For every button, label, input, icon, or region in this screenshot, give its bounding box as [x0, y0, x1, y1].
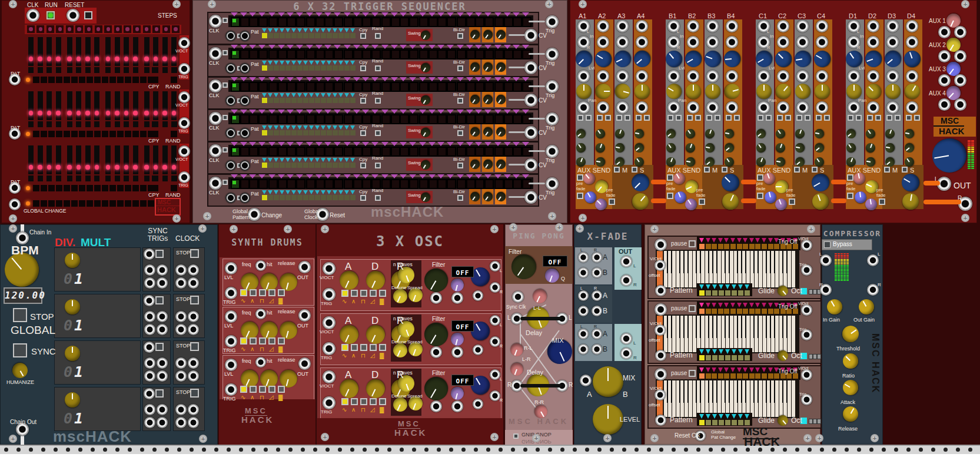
pattern-cell[interactable]	[315, 65, 320, 71]
pattern-cell[interactable]	[303, 33, 308, 38]
pan-knob[interactable]	[815, 84, 830, 99]
wave-select-button[interactable]	[370, 344, 377, 351]
pattern-cell[interactable]	[262, 98, 267, 103]
wave-select-button[interactable]	[268, 289, 275, 296]
clock-output[interactable]	[188, 311, 199, 322]
filter-mode-display[interactable]: OFF	[451, 266, 474, 277]
pre-fade-button[interactable]	[757, 174, 763, 181]
level-cv-input[interactable]	[848, 70, 860, 82]
a-r-input[interactable]	[592, 252, 602, 263]
pan-knob[interactable]	[576, 84, 592, 99]
row-mode-button[interactable]	[222, 50, 228, 55]
pattern-cell[interactable]	[79, 185, 85, 191]
trigger-cell[interactable]	[391, 82, 400, 92]
gate-slider[interactable]	[28, 37, 34, 66]
pattern-cell[interactable]	[64, 77, 70, 83]
trigger-cell[interactable]	[409, 179, 418, 189]
in-r-input[interactable]	[886, 36, 899, 48]
gate-slider[interactable]	[162, 91, 168, 120]
cutoff-cv-input[interactable]	[430, 346, 442, 358]
level-cv-input[interactable]	[886, 70, 899, 82]
gate-slider[interactable]	[115, 37, 120, 66]
trigger-cell[interactable]	[362, 179, 371, 189]
trigger-cell[interactable]	[344, 179, 353, 189]
pattern-cell[interactable]	[321, 163, 326, 168]
trig-input[interactable]	[323, 288, 335, 301]
clock-output[interactable]	[188, 277, 199, 289]
trigger-cell[interactable]	[296, 17, 305, 27]
b-l-input[interactable]	[578, 344, 589, 355]
pattern-cell[interactable]	[712, 420, 717, 425]
stop-button[interactable]	[13, 308, 27, 322]
trigger-cell[interactable]	[428, 49, 438, 59]
pattern-cell[interactable]	[87, 185, 93, 191]
drum-level-input[interactable]	[225, 262, 237, 274]
pattern-cell[interactable]	[56, 200, 62, 207]
pattern-cell[interactable]	[117, 131, 124, 137]
in-l-input[interactable]	[886, 20, 899, 32]
trig-output[interactable]	[157, 311, 168, 322]
pan-cv-input[interactable]	[867, 101, 879, 114]
pattern-cv-input[interactable]	[225, 95, 236, 106]
note-cell[interactable]	[712, 373, 717, 379]
trigger-cell[interactable]	[268, 114, 278, 124]
pattern-cell[interactable]	[732, 420, 737, 425]
trigger-cell[interactable]	[437, 82, 447, 92]
voct-output[interactable]	[178, 37, 190, 49]
level-cv-input[interactable]	[777, 70, 789, 82]
in-l-input[interactable]	[816, 20, 828, 32]
trigger-cell[interactable]	[409, 82, 418, 92]
note-cell[interactable]	[730, 244, 736, 249]
pattern-cell[interactable]	[79, 200, 85, 207]
gate-slider[interactable]	[28, 91, 34, 120]
aux-send-output[interactable]	[938, 74, 951, 87]
piano-key-white[interactable]	[788, 251, 791, 287]
in-r-input[interactable]	[687, 36, 699, 48]
level-cv-input[interactable]	[758, 70, 770, 82]
a-l-input[interactable]	[578, 290, 589, 301]
group-solo-button[interactable]	[722, 167, 727, 173]
pattern-cell[interactable]	[64, 200, 70, 207]
pattern-cell[interactable]	[41, 185, 47, 191]
wave-select-button[interactable]	[268, 386, 275, 393]
pattern-cell[interactable]	[274, 98, 279, 103]
pattern-cell[interactable]	[125, 185, 131, 191]
sync-input[interactable]	[144, 295, 155, 306]
piano-key-white[interactable]	[689, 316, 692, 352]
resonance-cv-input[interactable]	[451, 400, 463, 412]
pattern-trig-input[interactable]	[240, 31, 250, 41]
wave-select-button[interactable]	[351, 344, 358, 351]
trigger-cell[interactable]	[278, 49, 287, 59]
rand-cell[interactable]	[171, 175, 177, 181]
bypass-checkbox[interactable]	[824, 241, 830, 248]
gate-slider[interactable]	[28, 145, 34, 174]
trigger-cell[interactable]	[457, 147, 466, 157]
note-cell[interactable]	[706, 309, 711, 314]
pattern-cell[interactable]	[268, 195, 273, 200]
trigger-cell[interactable]	[287, 82, 296, 92]
trigger-cell[interactable]	[296, 179, 305, 189]
in-l-input[interactable]	[706, 20, 719, 32]
pattern-cell[interactable]	[48, 185, 55, 191]
out-r-output[interactable]	[490, 390, 500, 401]
oct-select-button[interactable]	[813, 354, 817, 359]
pattern-input[interactable]	[655, 350, 666, 361]
gate-slider[interactable]	[124, 145, 129, 174]
trigger-cell[interactable]	[409, 114, 418, 124]
pattern-cell[interactable]	[79, 77, 85, 83]
clock-output[interactable]	[175, 370, 187, 382]
cpy-button[interactable]	[360, 98, 366, 104]
trig-output[interactable]	[157, 264, 168, 276]
a-r-input[interactable]	[592, 290, 602, 301]
in-l-input[interactable]	[796, 20, 809, 32]
in-r-input[interactable]	[777, 36, 789, 48]
trigger-cell[interactable]	[457, 49, 466, 59]
pattern-cell[interactable]	[132, 77, 139, 83]
note-cell[interactable]	[768, 244, 773, 249]
pattern-cell[interactable]	[291, 33, 297, 38]
clock-output[interactable]	[175, 277, 187, 289]
pattern-cell[interactable]	[745, 355, 750, 360]
pattern-cell[interactable]	[268, 33, 273, 38]
trigger-cell[interactable]	[249, 147, 258, 157]
piano-key-white[interactable]	[759, 316, 762, 352]
